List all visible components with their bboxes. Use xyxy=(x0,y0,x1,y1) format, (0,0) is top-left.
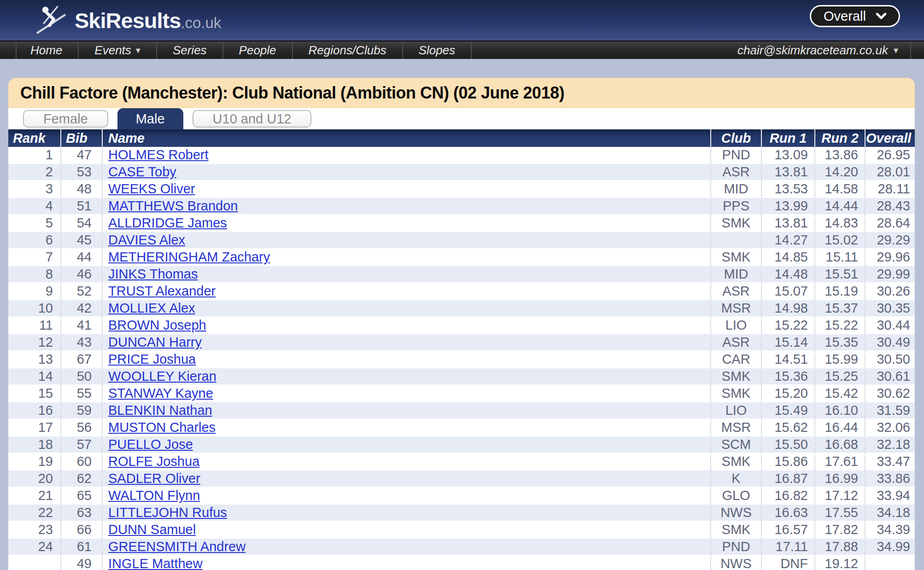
athlete-link[interactable]: INGLE Matthew xyxy=(108,556,203,570)
rank-cell: 12 xyxy=(8,334,61,351)
rank-cell: 23 xyxy=(8,521,61,538)
athlete-link[interactable]: MOLLIEX Alex xyxy=(108,301,195,315)
nav-item-people[interactable]: People xyxy=(223,41,293,59)
nav-item-regions-clubs[interactable]: Regions/Clubs xyxy=(293,41,403,59)
overall-cell: 28.64 xyxy=(865,215,915,232)
run1-cell: 14.48 xyxy=(761,266,815,283)
overall-cell: 28.43 xyxy=(865,198,915,215)
table-row: 2 53 CASE Toby ASR 13.81 14.20 28.01 xyxy=(8,163,915,180)
athlete-link[interactable]: BLENKIN Nathan xyxy=(108,403,212,418)
nav-item-events[interactable]: Events ▾ xyxy=(79,41,157,59)
bib-cell: 62 xyxy=(61,470,102,487)
column-header-club: Club xyxy=(711,129,761,147)
bib-cell: 56 xyxy=(61,419,102,436)
bib-cell: 65 xyxy=(61,487,102,504)
nav-item-slopes[interactable]: Slopes xyxy=(403,41,472,59)
run1-cell: 17.11 xyxy=(761,538,815,555)
name-cell: INGLE Matthew xyxy=(102,555,711,570)
tab-male[interactable]: Male xyxy=(117,108,183,129)
name-cell: PRICE Joshua xyxy=(102,351,711,368)
run2-cell: 15.99 xyxy=(815,351,865,368)
overall-cell: 29.96 xyxy=(865,249,915,266)
athlete-link[interactable]: ROLFE Joshua xyxy=(108,454,199,469)
run2-cell: 17.88 xyxy=(815,538,865,555)
rank-cell: 5 xyxy=(8,215,61,232)
nav-item-series[interactable]: Series xyxy=(157,41,223,59)
rank-cell: 15 xyxy=(8,385,61,402)
table-row: 15 55 STANWAY Kayne SMK 15.20 15.42 30.6… xyxy=(8,385,915,402)
overall-cell: 30.26 xyxy=(865,283,915,300)
rank-cell: 3 xyxy=(8,180,61,198)
name-cell: HOLMES Robert xyxy=(102,147,711,163)
user-account-menu[interactable]: chair@skimkraceteam.co.uk ▾ xyxy=(725,41,911,59)
column-header-bib: Bib xyxy=(61,129,102,147)
athlete-link[interactable]: PUELLO Jose xyxy=(108,437,193,452)
athlete-link[interactable]: LITTLEJOHN Rufus xyxy=(108,505,227,520)
overall-cell: 30.49 xyxy=(865,334,915,351)
rank-cell: 14 xyxy=(8,368,61,385)
table-row: 16 59 BLENKIN Nathan LIO 15.49 16.10 31.… xyxy=(8,402,915,419)
rank-cell: 19 xyxy=(8,453,61,470)
rank-cell xyxy=(8,555,61,570)
club-cell: CAR xyxy=(711,351,761,368)
athlete-link[interactable]: DAVIES Alex xyxy=(108,233,185,247)
athlete-link[interactable]: TRUST Alexander xyxy=(108,284,216,298)
overall-cell: 34.99 xyxy=(865,538,915,555)
results-table-header: Rank Bib Name Club Run 1 Run 2 Overall xyxy=(8,129,915,147)
name-cell: SADLER Oliver xyxy=(102,470,711,487)
rank-cell: 6 xyxy=(8,232,61,249)
athlete-link[interactable]: WOOLLEY Kieran xyxy=(108,369,216,384)
name-cell: MUSTON Charles xyxy=(102,419,711,436)
athlete-link[interactable]: DUNCAN Harry xyxy=(108,335,202,349)
club-cell: LIO xyxy=(711,402,761,419)
name-cell: LITTLEJOHN Rufus xyxy=(102,504,711,521)
athlete-link[interactable]: GREENSMITH Andrew xyxy=(108,539,246,554)
name-cell: TRUST Alexander xyxy=(102,283,711,300)
athlete-link[interactable]: DUNN Samuel xyxy=(108,522,196,537)
overall-cell: 28.01 xyxy=(865,163,915,180)
table-row: 20 62 SADLER Oliver K 16.87 16.99 33.86 xyxy=(8,470,915,487)
athlete-link[interactable]: CASE Toby xyxy=(108,164,176,179)
overall-cell: 26.95 xyxy=(865,147,915,163)
table-row: 19 60 ROLFE Joshua SMK 15.86 17.61 33.47 xyxy=(8,453,915,470)
nav-item-home[interactable]: Home xyxy=(16,41,79,59)
overall-dropdown-label: Overall xyxy=(824,9,866,24)
athlete-link[interactable]: JINKS Thomas xyxy=(108,267,198,281)
athlete-link[interactable]: BROWN Joseph xyxy=(108,318,206,332)
club-cell: NWS xyxy=(711,555,761,570)
name-cell: JINKS Thomas xyxy=(102,266,711,283)
athlete-link[interactable]: HOLMES Robert xyxy=(108,147,209,162)
rank-cell: 2 xyxy=(8,163,61,180)
run1-cell: 15.50 xyxy=(761,436,815,453)
name-cell: DUNCAN Harry xyxy=(102,334,711,351)
site-logo[interactable]: SkiResults.co.uk xyxy=(34,5,221,36)
club-cell: ASR xyxy=(711,283,761,300)
club-cell: LIO xyxy=(711,317,761,334)
run1-cell: 15.14 xyxy=(761,334,815,351)
run1-cell: 13.81 xyxy=(761,215,815,232)
overall-cell: 34.39 xyxy=(865,521,915,538)
tab-u10-u12[interactable]: U10 and U12 xyxy=(193,110,312,128)
tab-female[interactable]: Female xyxy=(23,110,108,128)
run2-cell: 17.61 xyxy=(815,453,865,470)
run1-cell: 16.57 xyxy=(761,521,815,538)
athlete-link[interactable]: ALLDRIDGE James xyxy=(108,215,227,230)
athlete-link[interactable]: WALTON Flynn xyxy=(108,488,200,503)
athlete-link[interactable]: WEEKS Oliver xyxy=(108,181,195,196)
column-header-run1: Run 1 xyxy=(761,129,815,147)
overall-dropdown-button[interactable]: Overall xyxy=(810,5,900,27)
athlete-link[interactable]: PRICE Joshua xyxy=(108,352,196,366)
nav-spacer xyxy=(472,41,725,59)
column-header-run2: Run 2 xyxy=(815,129,865,147)
athlete-link[interactable]: MATTHEWS Brandon xyxy=(108,198,238,213)
athlete-link[interactable]: MUSTON Charles xyxy=(108,420,216,435)
bib-cell: 43 xyxy=(61,334,102,351)
brand-name: SkiResults xyxy=(75,8,181,33)
run1-cell: 14.85 xyxy=(761,249,815,266)
athlete-link[interactable]: SADLER Oliver xyxy=(108,471,200,486)
table-row: 1 47 HOLMES Robert PND 13.09 13.86 26.95 xyxy=(8,147,915,163)
athlete-link[interactable]: STANWAY Kayne xyxy=(108,386,213,401)
athlete-link[interactable]: METHERINGHAM Zachary xyxy=(108,250,270,264)
content-area: Chill Factore (Manchester): Club Nationa… xyxy=(8,78,915,570)
run1-cell: 13.53 xyxy=(761,180,815,198)
